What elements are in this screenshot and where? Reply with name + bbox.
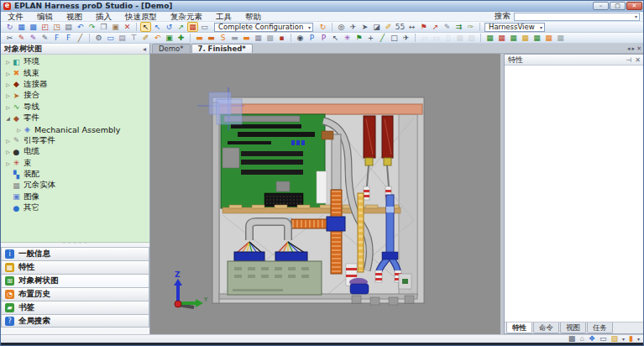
plane2-icon[interactable]: ✈	[401, 33, 411, 43]
properties-button[interactable]: ▦特性	[1, 260, 149, 274]
menu-complex-elements[interactable]: 复杂元素	[164, 12, 209, 22]
tabs-scroll-left-icon[interactable]: ◂	[627, 45, 631, 52]
table-view6-icon[interactable]: ▦	[543, 33, 554, 43]
screen-icon[interactable]: ▭	[105, 33, 116, 43]
paste-icon[interactable]: ▣	[110, 22, 121, 32]
tree-expander-icon[interactable]: ▷	[4, 104, 12, 110]
display-mode-icon[interactable]: ▭	[199, 22, 210, 32]
compare-icon[interactable]: ⇉	[453, 22, 464, 32]
tab-properties[interactable]: 特性	[506, 322, 532, 333]
tree-item-guiding-parts[interactable]: ▷✎引导零件	[1, 135, 149, 146]
tree-item-parts[interactable]: ◢◆零件	[1, 113, 149, 123]
braid-icon[interactable]: ▬	[229, 33, 240, 43]
minimize-button[interactable]: –	[593, 2, 609, 10]
maximize-button[interactable]: ▢	[610, 2, 626, 10]
search-input[interactable]: ▾	[514, 13, 640, 21]
pin-icon[interactable]: ⊤	[625, 57, 632, 63]
table-view4-icon[interactable]: ▦	[520, 33, 531, 43]
pen-red-icon[interactable]: ✎	[16, 33, 27, 43]
view-combobox[interactable]: HarnessView▾	[484, 23, 545, 32]
select-add-icon[interactable]: ↖	[152, 22, 163, 32]
cut-route-icon[interactable]: ✂	[4, 33, 15, 43]
menu-rapid-prototyping[interactable]: 快速原型	[118, 12, 164, 22]
menu-file[interactable]: 文件	[1, 12, 30, 22]
tree-item-redundant-entities[interactable]: ▦冗余实体	[1, 180, 149, 191]
close-button[interactable]: ✕	[626, 2, 642, 10]
report-flag-icon[interactable]: ⚑	[418, 22, 429, 32]
section-icon[interactable]: ◪	[371, 22, 382, 32]
table-view2-icon[interactable]: ▦	[496, 33, 507, 43]
line-green-icon[interactable]: ╱	[377, 33, 388, 43]
background-color-icon-caret[interactable]: ▾	[622, 336, 625, 342]
rect-icon[interactable]: □	[389, 33, 400, 43]
tabs-close-icon[interactable]: ✕	[636, 45, 641, 52]
save-icon[interactable]: ▦	[16, 22, 27, 32]
measure-icon[interactable]: ✐	[383, 22, 394, 32]
close-panel-icon[interactable]: ✕	[635, 56, 641, 64]
eye-icon[interactable]: ◉	[295, 33, 306, 43]
revert-icon[interactable]: ↶	[152, 33, 163, 43]
pick-icon[interactable]: ➤	[359, 22, 370, 32]
tree-item-environments[interactable]: ▷◧环境	[1, 56, 149, 67]
tab-finished[interactable]: 7. Finished*	[191, 44, 253, 53]
bookmarks-button[interactable]: ▰书签	[1, 301, 149, 314]
pen-dark-icon[interactable]: ✎	[39, 33, 50, 43]
redo-icon[interactable]: ↷	[86, 22, 97, 32]
menu-tools[interactable]: 工具	[209, 12, 238, 22]
tab-commands[interactable]: 命令	[533, 322, 559, 333]
tree-expander-icon[interactable]: ▷	[4, 71, 12, 76]
add2-icon[interactable]: +	[365, 33, 376, 43]
search-caret-icon[interactable]: ▾	[635, 13, 639, 19]
table-icon[interactable]: ▦	[253, 33, 264, 43]
tree-item-bundles[interactable]: ▷✳束	[1, 158, 149, 169]
cursor2-icon[interactable]: ↖	[330, 33, 341, 43]
annotate-icon[interactable]: ✎	[442, 22, 453, 32]
flag-b1-icon[interactable]: F	[51, 33, 62, 43]
tree-item-harnesses[interactable]: ▷✖线束	[1, 67, 149, 78]
copy-icon[interactable]: ❐	[98, 22, 109, 32]
table-view7-icon[interactable]: ▦	[555, 33, 566, 43]
tree-expander-icon[interactable]: ▷	[15, 127, 23, 133]
background-color-icon[interactable]: ▨	[611, 335, 619, 343]
bundle1-icon[interactable]: ▬	[194, 33, 205, 43]
find-icon[interactable]: ◎	[336, 22, 347, 32]
zoom-fit-icon[interactable]: ❖	[589, 335, 595, 343]
stamp-icon[interactable]: ▪	[276, 33, 287, 43]
placement-history-button[interactable]: ◔布置历史	[1, 287, 149, 301]
cube-green-icon[interactable]: ▣	[164, 33, 175, 43]
tree-item-others[interactable]: ●其它	[1, 202, 149, 213]
menu-insert[interactable]: 插入	[89, 12, 118, 22]
tree-item-wires[interactable]: ▷∿导线	[1, 102, 149, 113]
dimension-icon[interactable]: 55	[395, 22, 406, 32]
export-icon[interactable]: ◰	[39, 22, 50, 32]
object-tree-button[interactable]: ⊞对象树状图	[1, 274, 149, 287]
refresh-project-icon[interactable]: ↻	[4, 22, 15, 32]
menu-view[interactable]: 视图	[60, 12, 89, 22]
tree-expander-icon[interactable]: ◢	[4, 115, 12, 121]
select-icon[interactable]: ↖	[140, 22, 151, 32]
save-all-icon[interactable]: ▩	[28, 22, 39, 32]
tree-expander-icon[interactable]: ▷	[4, 81, 12, 87]
pan-icon[interactable]: ↗	[175, 22, 186, 32]
tabs-scroll-right-icon[interactable]: ▸	[632, 45, 636, 52]
sync-icon[interactable]: ↻	[317, 22, 328, 32]
table-view5-icon[interactable]: ▦	[531, 33, 542, 43]
tree-item-splices[interactable]: ▷➤接合	[1, 90, 149, 101]
table-view1-icon[interactable]: ▦	[484, 33, 495, 43]
slash-icon[interactable]: ╱	[75, 33, 86, 43]
tree-expander-icon[interactable]: ▷	[4, 59, 12, 65]
panel-collapse-icon[interactable]: ◂	[143, 45, 146, 53]
render-settings-icon[interactable]: ▩	[568, 335, 576, 343]
menu-edit[interactable]: 编辑	[30, 12, 60, 22]
3d-viewport[interactable]: Z Y	[150, 54, 500, 334]
print-icon[interactable]: ▤	[63, 22, 74, 32]
configuration-combobox[interactable]: Complete Configuration▾	[214, 23, 313, 32]
tree-item-assemblies[interactable]: ▚装配	[1, 169, 149, 180]
tree-expander-icon[interactable]: ▷	[4, 138, 12, 144]
undo-icon[interactable]: ↶	[75, 22, 86, 32]
flag-green-icon[interactable]: ⚑	[353, 33, 364, 43]
flythrough-icon[interactable]: ✈	[348, 22, 359, 32]
pin-p2-icon[interactable]: P	[318, 33, 329, 43]
orbit-icon[interactable]: ↺	[164, 22, 175, 32]
tree-item-mechanical-assembly[interactable]: ▷◈Mechanical Assembly	[1, 123, 149, 134]
